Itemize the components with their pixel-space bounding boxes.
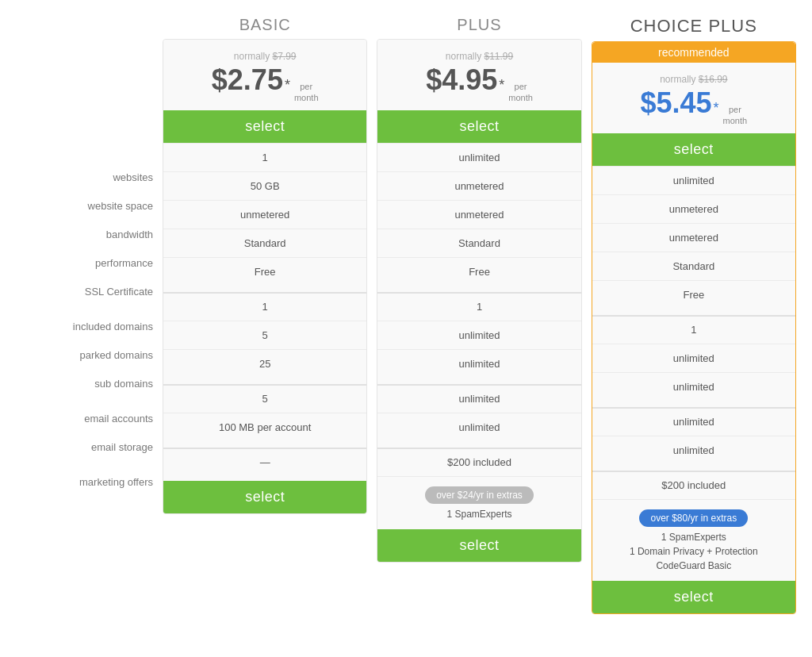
feature-row: unlimited xyxy=(377,413,580,441)
labels-column: websites website space bandwidth perform… xyxy=(16,16,163,496)
feature-row: 1 xyxy=(163,143,366,171)
label-ssl: SSL Certificate xyxy=(16,277,163,305)
feature-row: $200 included xyxy=(592,471,795,499)
price-row-basic: $2.75*per month xyxy=(171,63,358,104)
feature-row: $200 included xyxy=(377,448,580,476)
price-plus: $4.95 xyxy=(426,63,497,97)
feature-row: unlimited xyxy=(377,321,580,349)
per-month-basic: per month xyxy=(294,81,319,104)
label-marketing-offers: marketing offers xyxy=(16,467,163,496)
per-month-plus: per month xyxy=(508,81,533,104)
features-basic: 150 GBunmeteredStandardFree15255100 MB p… xyxy=(163,143,366,476)
feature-row: unlimited xyxy=(377,349,580,378)
plan-col-choice-plus: CHOICE PLUSrecommendednormally $16.99$5.… xyxy=(592,16,796,614)
recommended-badge: recommended xyxy=(592,42,795,63)
plan-header-plus: normally $11.99$4.95*per month xyxy=(377,40,580,110)
label-parked-domains: parked domains xyxy=(16,340,163,369)
extras-section-choice-plus: over $80/yr in extras1 SpamExperts1 Doma… xyxy=(592,499,795,576)
feature-row: unlimited xyxy=(592,344,795,372)
normally-text-choice-plus: normally $16.99 xyxy=(600,74,787,85)
feature-row: 1 xyxy=(377,292,580,321)
price-row-choice-plus: $5.45*per month xyxy=(600,86,787,127)
label-website-space: website space xyxy=(16,191,163,220)
feature-row: unmetered xyxy=(592,194,795,223)
feature-row: unlimited xyxy=(592,436,795,464)
feature-row: 25 xyxy=(163,349,366,378)
feature-row: 100 MB per account xyxy=(163,413,366,441)
plan-col-plus: PLUSnormally $11.99$4.95*per monthselect… xyxy=(377,16,581,563)
feature-row: 5 xyxy=(163,321,366,349)
feature-row: Standard xyxy=(592,252,795,280)
plan-card-plus: normally $11.99$4.95*per monthselectunli… xyxy=(377,39,581,563)
feature-row: Free xyxy=(163,257,366,286)
feature-row: unmetered xyxy=(377,171,580,200)
feature-row: 5 xyxy=(163,384,366,413)
plan-title-plus: PLUS xyxy=(457,16,501,34)
label-websites: websites xyxy=(16,163,163,191)
features-plus: unlimitedunmeteredunmeteredStandardFree1… xyxy=(377,143,580,476)
feature-row: unlimited xyxy=(592,372,795,401)
feature-row: Standard xyxy=(377,229,580,257)
feature-row: unlimited xyxy=(377,384,580,413)
feature-row: 1 xyxy=(163,292,366,321)
select-bottom-choice-plus[interactable]: select xyxy=(592,581,795,613)
feature-row: unlimited xyxy=(592,166,795,194)
select-bottom-plus[interactable]: select xyxy=(377,529,580,562)
feature-row: 50 GB xyxy=(163,171,366,200)
select-top-choice-plus[interactable]: select xyxy=(592,133,795,166)
feature-row: — xyxy=(163,448,366,476)
normally-text-basic: normally $7.99 xyxy=(171,51,358,62)
select-top-plus[interactable]: select xyxy=(377,110,580,143)
price-row-plus: $4.95*per month xyxy=(385,63,573,104)
extras-item: 1 SpamExperts xyxy=(384,507,574,521)
label-included-domains: included domains xyxy=(16,312,163,340)
feature-row: unlimited xyxy=(592,407,795,436)
feature-row: unmetered xyxy=(163,200,366,229)
feature-row: Free xyxy=(592,280,795,309)
feature-row: unmetered xyxy=(592,223,795,252)
feature-row: unlimited xyxy=(377,143,580,171)
extras-section-plus: over $24/yr in extras1 SpamExperts xyxy=(377,476,580,524)
extras-item: CodeGuard Basic xyxy=(599,559,789,573)
price-choice-plus: $5.45 xyxy=(640,86,711,120)
price-basic: $2.75 xyxy=(212,63,283,97)
feature-row: unmetered xyxy=(377,200,580,229)
feature-row: 1 xyxy=(592,315,795,344)
asterisk-choice-plus: * xyxy=(714,100,719,117)
asterisk-plus: * xyxy=(499,77,504,94)
asterisk-basic: * xyxy=(285,77,290,94)
extras-item: 1 SpamExperts xyxy=(599,530,789,544)
features-choice-plus: unlimitedunmeteredunmeteredStandardFree1… xyxy=(592,166,795,499)
per-month-choice-plus: per month xyxy=(723,104,748,127)
plan-title-choice-plus: CHOICE PLUS xyxy=(630,16,757,36)
plan-col-basic: BASICnormally $7.99$2.75*per monthselect… xyxy=(163,16,367,514)
extras-badge: over $80/yr in extras xyxy=(639,509,748,527)
select-bottom-basic[interactable]: select xyxy=(163,481,366,513)
label-bandwidth: bandwidth xyxy=(16,220,163,248)
plan-title-basic: BASIC xyxy=(239,16,291,34)
plan-header-basic: normally $7.99$2.75*per month xyxy=(163,40,366,110)
plans-area: BASICnormally $7.99$2.75*per monthselect… xyxy=(163,16,796,614)
plan-header-choice-plus: normally $16.99$5.45*per month xyxy=(592,63,795,133)
label-email-accounts: email accounts xyxy=(16,404,163,432)
label-sub-domains: sub domains xyxy=(16,369,163,398)
extras-item: 1 Domain Privacy + Protection xyxy=(599,544,789,559)
feature-row: Free xyxy=(377,257,580,286)
feature-row: Standard xyxy=(163,229,366,257)
label-email-storage: email storage xyxy=(16,432,163,461)
plan-card-basic: normally $7.99$2.75*per monthselect150 G… xyxy=(163,39,367,514)
plan-card-choice-plus: recommendednormally $16.99$5.45*per mont… xyxy=(592,41,796,614)
select-top-basic[interactable]: select xyxy=(163,110,366,143)
normally-text-plus: normally $11.99 xyxy=(385,51,573,62)
label-performance: performance xyxy=(16,248,163,277)
extras-badge: over $24/yr in extras xyxy=(425,486,534,504)
pricing-container: websites website space bandwidth perform… xyxy=(16,16,796,614)
